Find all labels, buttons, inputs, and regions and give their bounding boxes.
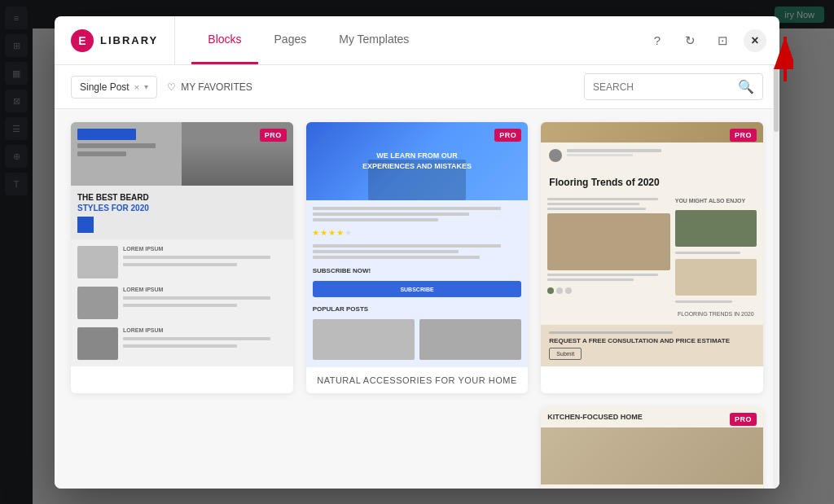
dropdown-value: Single Post [80,81,129,93]
t3-dot-1 [547,287,554,294]
template-image-flooring: PRO Flo [541,122,763,366]
modal-header: E LIBRARY Blocks Pages My Templates ? ↻ … [55,16,779,65]
t2-grid [313,319,522,360]
t3-s-line-1 [547,198,657,200]
t1-articles: LOREM IPSUM LOREM IPSUM [71,239,293,366]
dropdown-arrow-icon: ▾ [144,82,148,91]
template-label-natural: NATURAL ACCESSORIES FOR YOUR HOME [306,366,529,393]
help-button[interactable]: ? [646,29,669,52]
favorites-label: MY FAVORITES [181,81,252,93]
modal-header-actions: ? ↻ ⊡ × [633,29,779,52]
t3-author-row [541,142,763,169]
t1-art-line-3a [123,337,270,340]
scroll-thumb[interactable] [774,67,779,132]
t1-art-line-1a [123,256,270,259]
t3-cta-title: Request a free consultation and price es… [549,337,755,344]
library-modal: E LIBRARY Blocks Pages My Templates ? ↻ … [55,16,779,489]
template-image-beard: PRO [71,122,293,366]
t3-author-info [567,149,755,162]
t3-dots [547,287,669,294]
t2-text-1 [313,207,522,221]
t1-article-1: LOREM IPSUM [77,246,287,278]
star-5 [345,230,352,236]
modal-tabs-container: Blocks Pages My Templates [175,16,633,64]
template-image-kitchen: PRO KITCHEN-FOCUSED HOME [541,406,763,489]
pro-badge-4: PRO [730,413,757,426]
t2-line-6 [313,256,480,259]
t1-art-line-2b [123,304,237,307]
t3-dot-2 [556,287,563,294]
t4-title: KITCHEN-FOCUSED HOME [547,413,757,421]
template-card-beard-styles[interactable]: PRO [71,122,293,393]
tab-blocks[interactable]: Blocks [191,16,257,64]
t3-related-label: Flooring trends in 2020 [675,311,757,317]
t2-hero-text: We Learn From OurExperiences And Mistake… [362,151,472,171]
template-image-natural: PRO We Learn From OurExperiences And Mis… [306,122,529,366]
t2-line-4 [313,244,501,248]
t1-text-2 [77,151,126,156]
t3-author-date [567,154,633,156]
t2-line-2 [313,213,470,216]
modal-overlay: E LIBRARY Blocks Pages My Templates ? ↻ … [0,0,834,504]
tab-pages[interactable]: Pages [258,16,323,64]
t1-article-3: LOREM IPSUM [77,327,287,360]
t3-right-img-1 [675,210,757,247]
t1-art-line-2a [123,296,270,300]
t2-rating-stars [313,230,522,236]
t1-hero-left [71,122,182,186]
t1-art-title-3: LOREM IPSUM [123,327,287,333]
t3-right-img-2 [675,259,757,296]
template-card-kitchen[interactable]: PRO KITCHEN-FOCUSED HOME [541,406,763,489]
modal-toolbar: Single Post × ▾ ♡ MY FAVORITES 🔍 [55,65,779,109]
t4-hero-img [541,427,763,484]
t2-section-title: Subscribe Now! [313,267,522,274]
t3-right-title: You might also enjoy [675,198,757,204]
t3-s-line-2 [547,203,639,205]
t1-text-1 [77,143,156,148]
favorites-button[interactable]: ♡ MY FAVORITES [167,81,252,93]
t3-author-avatar [549,149,562,162]
library-title: LIBRARY [100,34,158,46]
t1-art-img-1 [77,246,118,278]
elementor-logo-icon: E [71,29,94,52]
t3-author-name [567,149,661,152]
t3-sidebar-text [547,198,669,210]
t2-body: Subscribe Now! SUBSCRIBE Popular Posts [306,200,529,366]
folder-button[interactable]: ⊡ [711,29,734,52]
t1-article-2: LOREM IPSUM [77,287,287,319]
t3-sidebar [547,198,669,317]
t1-art-text-1: LOREM IPSUM [123,246,287,266]
pro-badge-1: PRO [260,129,287,142]
t1-main-title: THE BEST BEARDSTYLES FOR 2020 [77,192,287,213]
t3-right-line-1 [675,252,740,254]
scrollbar[interactable] [773,65,779,489]
t3-img-main [547,213,669,270]
template-card-flooring[interactable]: PRO Flo [541,122,763,393]
pro-badge-2: PRO [494,129,521,142]
t3-dot-3 [565,287,572,294]
t3-right-line-2 [675,300,732,303]
templates-content[interactable]: PRO [55,109,779,489]
templates-grid: PRO [71,122,763,489]
close-button[interactable]: × [744,29,766,52]
t3-cta-line [549,331,673,334]
template1-visual: THE BEST BEARDSTYLES FOR 2020 LOREM IPSU… [71,122,293,366]
heart-icon: ♡ [167,81,176,93]
tab-my-templates[interactable]: My Templates [323,16,425,64]
pro-badge-3: PRO [730,129,757,142]
star-2 [321,230,327,236]
t2-line-1 [313,207,501,210]
template2-visual: We Learn From OurExperiences And Mistake… [306,122,529,366]
search-input[interactable] [593,81,733,93]
t2-grid-item-1 [313,319,415,360]
modal-logo: E LIBRARY [55,16,175,64]
dropdown-clear-icon[interactable]: × [134,82,139,92]
t1-art-img-2 [77,287,118,319]
refresh-button[interactable]: ↻ [678,29,701,52]
filter-dropdown[interactable]: Single Post × ▾ [71,76,157,99]
t1-art-line-1b [123,263,237,266]
search-container[interactable]: 🔍 [584,73,763,100]
t3-s-line-3 [547,208,645,210]
t3-cta-btn[interactable]: Submit [549,348,582,360]
template-card-natural[interactable]: PRO We Learn From OurExperiences And Mis… [306,122,529,393]
